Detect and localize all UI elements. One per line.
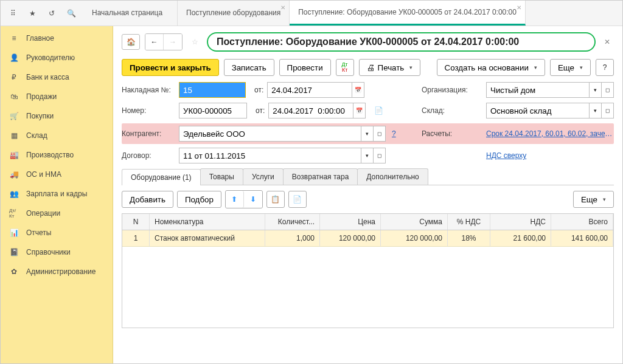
calendar-icon[interactable]: 📅 xyxy=(352,82,364,98)
forward-button[interactable]: → xyxy=(164,34,182,50)
apps-icon[interactable]: ⠿ xyxy=(5,6,20,21)
more-button[interactable]: Еще xyxy=(550,59,591,76)
subtab-returnable[interactable]: Возвратная тара xyxy=(283,168,358,185)
th-n[interactable]: N xyxy=(122,214,150,230)
sidebar-item-main[interactable]: ≡Главное xyxy=(1,29,113,48)
subtab-services[interactable]: Услуги xyxy=(243,168,284,185)
top-bar: ⠿ ★ ↺ 🔍 Начальная страница Поступление о… xyxy=(1,1,622,26)
calculations-link[interactable]: Срок 24.04.2017, 60.01, 60.02, зачет ... xyxy=(486,129,614,138)
cell-quantity: 1,000 xyxy=(265,230,320,246)
sidebar-item-payroll[interactable]: 👥Зарплата и кадры xyxy=(1,184,113,204)
sidebar-item-bank[interactable]: ₽Банк и касса xyxy=(1,67,113,87)
warehouse-input[interactable] xyxy=(486,103,590,118)
open-icon[interactable]: ◻ xyxy=(374,126,386,142)
help-button[interactable]: ? xyxy=(596,59,614,76)
datetime-input[interactable] xyxy=(268,103,353,118)
invoice-date-input[interactable] xyxy=(267,82,352,98)
chevron-down-icon[interactable]: ▾ xyxy=(361,148,374,163)
subtab-goods[interactable]: Товары xyxy=(200,168,243,185)
subtab-equipment[interactable]: Оборудование (1) xyxy=(122,169,201,185)
save-button[interactable]: Записать xyxy=(224,59,274,76)
posted-icon: 📄 xyxy=(374,106,383,115)
counterparty-help-link[interactable]: ? xyxy=(392,129,396,138)
open-icon[interactable]: ◻ xyxy=(374,148,386,163)
back-button[interactable]: ← xyxy=(145,34,164,50)
people-icon: 👥 xyxy=(9,189,19,199)
sidebar-item-admin[interactable]: ✿Администрирование xyxy=(1,262,113,281)
chevron-down-icon[interactable]: ▾ xyxy=(590,82,602,98)
tab-label: Поступление оборудования xyxy=(186,9,280,18)
sidebar-item-reports[interactable]: 📊Отчеты xyxy=(1,223,113,242)
th-total[interactable]: Всего xyxy=(551,214,613,230)
favorite-icon[interactable]: ☆ xyxy=(187,35,202,49)
calendar-icon[interactable]: 📅 xyxy=(353,103,366,118)
table-row[interactable]: 1 Станок автоматический 1,000 120 000,00… xyxy=(122,230,613,247)
counterparty-label: Контрагент: xyxy=(122,129,175,138)
table-more-button[interactable]: Еще xyxy=(573,191,614,208)
page-close-button[interactable]: ✕ xyxy=(600,38,614,46)
chevron-down-icon[interactable]: ▾ xyxy=(361,126,374,142)
sidebar-item-production[interactable]: 🏭Производство xyxy=(1,145,113,165)
home-button[interactable]: 🏠 xyxy=(122,34,140,50)
subtab-extra[interactable]: Дополнительно xyxy=(357,168,428,185)
move-down-button[interactable]: ⬇ xyxy=(244,191,262,208)
sidebar-item-operations[interactable]: Дт/КтОперации xyxy=(1,204,113,223)
person-icon: 👤 xyxy=(9,53,19,63)
th-vat-percent[interactable]: % НДС xyxy=(448,214,490,230)
post-and-close-button[interactable]: Провести и закрыть xyxy=(122,59,219,76)
close-icon[interactable]: ✕ xyxy=(280,4,285,11)
from-label: от: xyxy=(254,86,263,94)
cell-total: 141 600,00 xyxy=(551,230,613,246)
invoice-number-input[interactable] xyxy=(179,82,246,98)
th-nomenclature[interactable]: Номенклатура xyxy=(150,214,265,230)
sidebar-item-purchases[interactable]: 🛒Покупки xyxy=(1,106,113,126)
close-icon[interactable]: ✕ xyxy=(517,4,521,11)
sidebar-item-sales[interactable]: 🛍Продажи xyxy=(1,87,113,106)
sidebar-item-manager[interactable]: 👤Руководителю xyxy=(1,48,113,67)
pick-button[interactable]: Подбор xyxy=(177,191,221,208)
post-button[interactable]: Провести xyxy=(279,59,331,76)
sidebar-item-label: Отчеты xyxy=(26,228,51,237)
search-icon[interactable]: 🔍 xyxy=(64,6,78,21)
number-input[interactable] xyxy=(179,103,247,118)
chevron-down-icon[interactable]: ▾ xyxy=(590,103,602,118)
tab-start-page[interactable]: Начальная страница xyxy=(83,1,178,26)
th-vat[interactable]: НДС xyxy=(490,214,551,230)
sidebar-item-catalogs[interactable]: 📓Справочники xyxy=(1,242,113,262)
print-button[interactable]: 🖨Печать xyxy=(359,59,421,76)
cell-vat-percent: 18% xyxy=(448,230,490,246)
tab-label: Начальная страница xyxy=(92,9,169,18)
cell-price: 120 000,00 xyxy=(320,230,381,246)
sidebar-item-label: ОС и НМА xyxy=(26,170,61,179)
history-icon[interactable]: ↺ xyxy=(44,6,59,21)
ruble-icon: ₽ xyxy=(9,72,19,82)
th-sum[interactable]: Сумма xyxy=(381,214,448,230)
factory-icon: 🏭 xyxy=(9,150,19,160)
tab-equipment-receipt[interactable]: Поступление оборудования ✕ xyxy=(178,1,290,26)
sidebar-item-warehouse[interactable]: ▦Склад xyxy=(1,126,113,145)
open-icon[interactable]: ◻ xyxy=(602,82,614,98)
create-based-button[interactable]: Создать на основании xyxy=(437,59,545,76)
sidebar-item-label: Главное xyxy=(26,34,54,43)
sidebar-item-label: Банк и касса xyxy=(26,73,69,81)
paste-button[interactable]: 📄 xyxy=(288,191,307,208)
contract-input[interactable] xyxy=(179,148,361,163)
move-up-button[interactable]: ⬆ xyxy=(226,191,244,208)
calculations-label: Расчеты: xyxy=(422,129,482,138)
add-row-button[interactable]: Добавить xyxy=(122,191,173,208)
organization-label: Организация: xyxy=(422,86,482,94)
sidebar-item-assets[interactable]: 🚚ОС и НМА xyxy=(1,165,113,184)
copy-button[interactable]: 📋 xyxy=(266,191,285,208)
bag-icon: 🛍 xyxy=(9,92,19,101)
counterparty-input[interactable] xyxy=(179,126,361,142)
dtkt-button[interactable]: ДтКт xyxy=(336,59,354,76)
grid-icon: ▦ xyxy=(9,131,19,140)
th-price[interactable]: Цена xyxy=(320,214,381,230)
open-icon[interactable]: ◻ xyxy=(602,103,614,118)
star-icon[interactable]: ★ xyxy=(25,6,40,21)
vat-mode-link[interactable]: НДС сверху xyxy=(486,151,614,160)
organization-input[interactable] xyxy=(486,82,590,98)
tab-document[interactable]: Поступление: Оборудование УК00-000005 от… xyxy=(290,1,526,26)
sub-tab-bar: Оборудование (1) Товары Услуги Возвратна… xyxy=(122,168,614,185)
th-quantity[interactable]: Количест... xyxy=(265,214,320,230)
